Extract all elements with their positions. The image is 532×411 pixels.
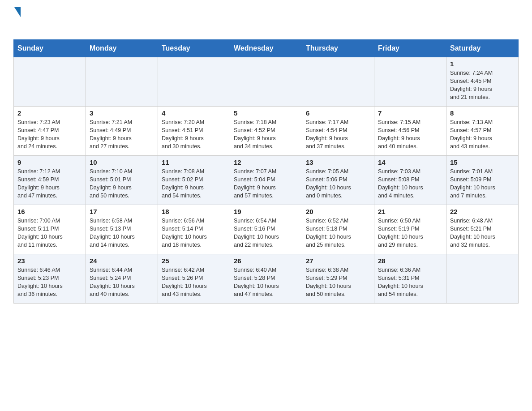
day-info: Sunrise: 7:10 AM Sunset: 5:01 PM Dayligh…: [90, 167, 154, 200]
calendar-day-24: 24Sunrise: 6:44 AM Sunset: 5:24 PM Dayli…: [86, 254, 158, 304]
day-header-sunday: Sunday: [14, 40, 86, 57]
day-info: Sunrise: 7:03 AM Sunset: 5:08 PM Dayligh…: [378, 167, 442, 200]
day-number: 10: [90, 158, 154, 166]
day-number: 7: [378, 109, 442, 117]
calendar-day-27: 27Sunrise: 6:38 AM Sunset: 5:29 PM Dayli…: [302, 254, 374, 304]
day-info: Sunrise: 7:23 AM Sunset: 4:47 PM Dayligh…: [17, 118, 82, 151]
day-number: 21: [378, 208, 442, 215]
day-number: 3: [90, 109, 154, 117]
calendar-day-20: 20Sunrise: 6:52 AM Sunset: 5:18 PM Dayli…: [302, 205, 374, 254]
day-info: Sunrise: 6:54 AM Sunset: 5:16 PM Dayligh…: [234, 217, 298, 249]
day-info: Sunrise: 7:05 AM Sunset: 5:06 PM Dayligh…: [306, 167, 370, 200]
calendar-day-18: 18Sunrise: 6:56 AM Sunset: 5:14 PM Dayli…: [158, 205, 230, 254]
calendar-week-row: 16Sunrise: 7:00 AM Sunset: 5:11 PM Dayli…: [14, 205, 519, 254]
day-info: Sunrise: 6:40 AM Sunset: 5:28 PM Dayligh…: [234, 266, 298, 299]
day-info: Sunrise: 7:07 AM Sunset: 5:04 PM Dayligh…: [234, 167, 298, 200]
day-number: 16: [17, 208, 82, 215]
day-number: 14: [378, 158, 442, 166]
day-header-saturday: Saturday: [446, 40, 519, 57]
day-info: Sunrise: 7:00 AM Sunset: 5:11 PM Dayligh…: [17, 217, 82, 249]
day-info: Sunrise: 6:42 AM Sunset: 5:26 PM Dayligh…: [162, 266, 226, 299]
calendar-day-14: 14Sunrise: 7:03 AM Sunset: 5:08 PM Dayli…: [374, 156, 446, 205]
day-info: Sunrise: 6:38 AM Sunset: 5:29 PM Dayligh…: [306, 266, 370, 299]
day-number: 20: [306, 208, 370, 215]
day-number: 1: [450, 60, 515, 68]
day-info: Sunrise: 7:12 AM Sunset: 4:59 PM Dayligh…: [17, 167, 82, 200]
day-info: Sunrise: 7:13 AM Sunset: 4:57 PM Dayligh…: [450, 118, 515, 151]
day-number: 13: [306, 158, 370, 166]
day-number: 2: [17, 109, 82, 117]
calendar-day-6: 6Sunrise: 7:17 AM Sunset: 4:54 PM Daylig…: [302, 107, 374, 156]
calendar-day-empty: [446, 254, 519, 304]
calendar-day-1: 1Sunrise: 7:24 AM Sunset: 4:45 PM Daylig…: [446, 57, 519, 107]
calendar-day-5: 5Sunrise: 7:18 AM Sunset: 4:52 PM Daylig…: [230, 107, 302, 156]
calendar-day-11: 11Sunrise: 7:08 AM Sunset: 5:02 PM Dayli…: [158, 156, 230, 205]
calendar-day-empty: [158, 57, 230, 107]
day-info: Sunrise: 6:44 AM Sunset: 5:24 PM Dayligh…: [90, 266, 154, 299]
day-number: 12: [234, 158, 298, 166]
calendar-week-row: 2Sunrise: 7:23 AM Sunset: 4:47 PM Daylig…: [14, 107, 519, 156]
day-number: 22: [450, 208, 515, 215]
day-info: Sunrise: 6:46 AM Sunset: 5:23 PM Dayligh…: [17, 266, 82, 299]
calendar-day-28: 28Sunrise: 6:36 AM Sunset: 5:31 PM Dayli…: [374, 254, 446, 304]
calendar-day-empty: [374, 57, 446, 107]
day-number: 27: [306, 257, 370, 265]
calendar-day-8: 8Sunrise: 7:13 AM Sunset: 4:57 PM Daylig…: [446, 107, 519, 156]
calendar-week-row: 9Sunrise: 7:12 AM Sunset: 4:59 PM Daylig…: [14, 156, 519, 205]
day-number: 24: [90, 257, 154, 265]
day-info: Sunrise: 7:21 AM Sunset: 4:49 PM Dayligh…: [90, 118, 154, 151]
day-info: Sunrise: 7:15 AM Sunset: 4:56 PM Dayligh…: [378, 118, 442, 151]
day-number: 19: [234, 208, 298, 215]
day-info: Sunrise: 6:52 AM Sunset: 5:18 PM Dayligh…: [306, 217, 370, 249]
day-header-wednesday: Wednesday: [230, 40, 302, 57]
calendar-week-row: 1Sunrise: 7:24 AM Sunset: 4:45 PM Daylig…: [14, 57, 519, 107]
logo: [13, 9, 21, 31]
logo-triangle-icon: [14, 7, 21, 17]
day-number: 15: [450, 158, 515, 166]
page-header: [13, 9, 519, 31]
calendar-day-15: 15Sunrise: 7:01 AM Sunset: 5:09 PM Dayli…: [446, 156, 519, 205]
calendar-day-25: 25Sunrise: 6:42 AM Sunset: 5:26 PM Dayli…: [158, 254, 230, 304]
day-number: 17: [90, 208, 154, 215]
calendar-day-16: 16Sunrise: 7:00 AM Sunset: 5:11 PM Dayli…: [14, 205, 86, 254]
day-number: 5: [234, 109, 298, 117]
calendar-day-19: 19Sunrise: 6:54 AM Sunset: 5:16 PM Dayli…: [230, 205, 302, 254]
day-header-friday: Friday: [374, 40, 446, 57]
day-info: Sunrise: 7:01 AM Sunset: 5:09 PM Dayligh…: [450, 167, 515, 200]
calendar-day-9: 9Sunrise: 7:12 AM Sunset: 4:59 PM Daylig…: [14, 156, 86, 205]
day-number: 25: [162, 257, 226, 265]
day-info: Sunrise: 6:50 AM Sunset: 5:19 PM Dayligh…: [378, 217, 442, 249]
day-number: 4: [162, 109, 226, 117]
calendar-day-4: 4Sunrise: 7:20 AM Sunset: 4:51 PM Daylig…: [158, 107, 230, 156]
calendar-day-12: 12Sunrise: 7:07 AM Sunset: 5:04 PM Dayli…: [230, 156, 302, 205]
day-info: Sunrise: 6:36 AM Sunset: 5:31 PM Dayligh…: [378, 266, 442, 299]
day-number: 6: [306, 109, 370, 117]
calendar-day-23: 23Sunrise: 6:46 AM Sunset: 5:23 PM Dayli…: [14, 254, 86, 304]
calendar-day-7: 7Sunrise: 7:15 AM Sunset: 4:56 PM Daylig…: [374, 107, 446, 156]
day-info: Sunrise: 6:58 AM Sunset: 5:13 PM Dayligh…: [90, 217, 154, 249]
day-header-thursday: Thursday: [302, 40, 374, 57]
calendar-day-17: 17Sunrise: 6:58 AM Sunset: 5:13 PM Dayli…: [86, 205, 158, 254]
day-info: Sunrise: 6:48 AM Sunset: 5:21 PM Dayligh…: [450, 217, 515, 249]
day-number: 23: [17, 257, 82, 265]
day-number: 11: [162, 158, 226, 166]
calendar-day-22: 22Sunrise: 6:48 AM Sunset: 5:21 PM Dayli…: [446, 205, 519, 254]
calendar-week-row: 23Sunrise: 6:46 AM Sunset: 5:23 PM Dayli…: [14, 254, 519, 304]
day-info: Sunrise: 7:08 AM Sunset: 5:02 PM Dayligh…: [162, 167, 226, 200]
day-header-tuesday: Tuesday: [158, 40, 230, 57]
calendar-day-empty: [14, 57, 86, 107]
day-info: Sunrise: 6:56 AM Sunset: 5:14 PM Dayligh…: [162, 217, 226, 249]
calendar-header-row: SundayMondayTuesdayWednesdayThursdayFrid…: [14, 40, 519, 57]
calendar-day-2: 2Sunrise: 7:23 AM Sunset: 4:47 PM Daylig…: [14, 107, 86, 156]
calendar-day-10: 10Sunrise: 7:10 AM Sunset: 5:01 PM Dayli…: [86, 156, 158, 205]
calendar-day-21: 21Sunrise: 6:50 AM Sunset: 5:19 PM Dayli…: [374, 205, 446, 254]
day-info: Sunrise: 7:20 AM Sunset: 4:51 PM Dayligh…: [162, 118, 226, 151]
calendar-day-26: 26Sunrise: 6:40 AM Sunset: 5:28 PM Dayli…: [230, 254, 302, 304]
day-info: Sunrise: 7:18 AM Sunset: 4:52 PM Dayligh…: [234, 118, 298, 151]
day-number: 18: [162, 208, 226, 215]
day-number: 28: [378, 257, 442, 265]
calendar-day-empty: [230, 57, 302, 107]
day-number: 8: [450, 109, 515, 117]
day-number: 26: [234, 257, 298, 265]
calendar-day-empty: [302, 57, 374, 107]
